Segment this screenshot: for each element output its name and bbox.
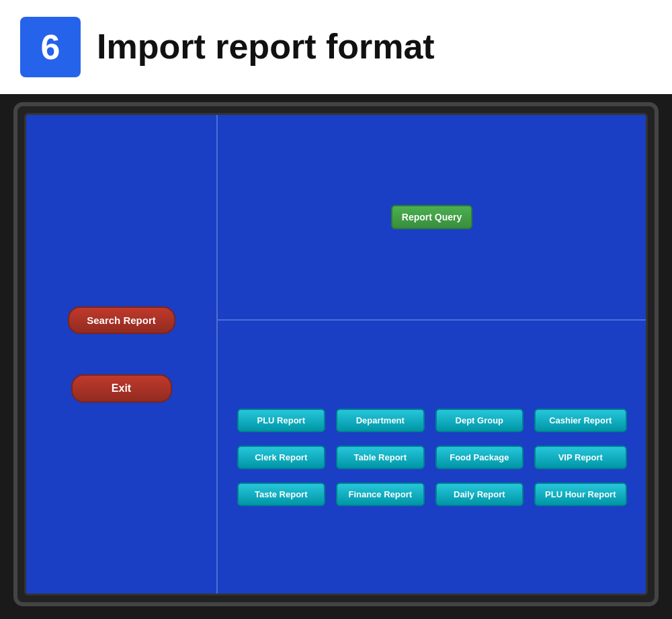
monitor-outer: Search Report Exit Report Query PLU Repo…	[13, 102, 659, 606]
finance-report-button[interactable]: Finance Report	[336, 483, 425, 506]
report-query-button[interactable]: Report Query	[391, 205, 472, 229]
vip-report-button[interactable]: VIP Report	[534, 446, 626, 469]
report-button-grid: PLU Report Department Dept Group Cashier…	[237, 409, 627, 506]
header: 6 Import report format	[0, 0, 672, 94]
cashier-report-button[interactable]: Cashier Report	[534, 409, 626, 432]
report-query-section: Report Query	[218, 115, 646, 321]
exit-button[interactable]: Exit	[71, 374, 172, 403]
taste-report-button[interactable]: Taste Report	[237, 483, 326, 506]
plu-report-button[interactable]: PLU Report	[237, 409, 326, 432]
right-panel: Report Query PLU Report Department Dept …	[218, 115, 646, 593]
left-panel: Search Report Exit	[26, 115, 218, 593]
table-report-button[interactable]: Table Report	[336, 446, 425, 469]
page-title: Import report format	[97, 28, 435, 66]
food-package-button[interactable]: Food Package	[435, 446, 524, 469]
monitor-screen: Search Report Exit Report Query PLU Repo…	[24, 113, 648, 595]
step-badge: 6	[20, 17, 81, 77]
dept-group-button[interactable]: Dept Group	[435, 409, 524, 432]
plu-hour-report-button[interactable]: PLU Hour Report	[534, 483, 626, 506]
department-button[interactable]: Department	[336, 409, 425, 432]
clerk-report-button[interactable]: Clerk Report	[237, 446, 326, 469]
daily-report-button[interactable]: Daily Report	[435, 483, 524, 506]
search-report-button[interactable]: Search Report	[68, 306, 175, 334]
report-buttons-section: PLU Report Department Dept Group Cashier…	[218, 321, 646, 593]
